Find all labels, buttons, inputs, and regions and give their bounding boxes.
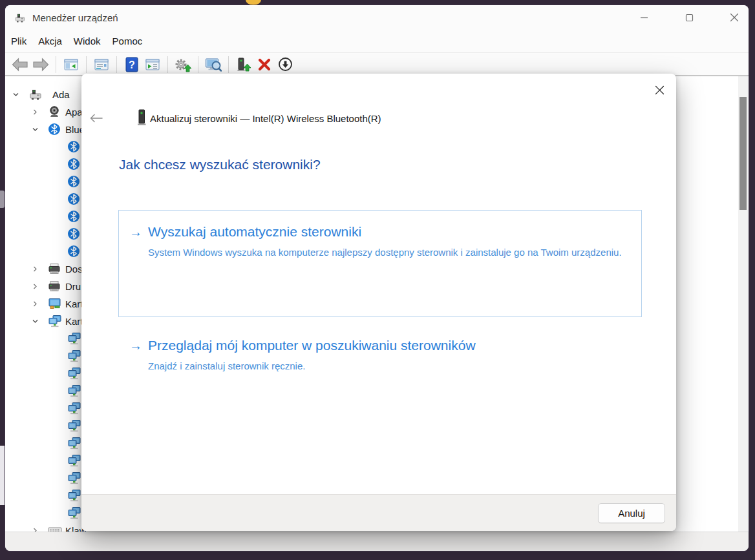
chevron-down-icon[interactable] xyxy=(32,318,39,325)
cancel-button[interactable]: Anuluj xyxy=(598,503,665,523)
network-icon xyxy=(67,332,81,345)
toolbar-separator xyxy=(167,56,168,73)
svg-text:?: ? xyxy=(129,59,135,70)
help-icon: ? xyxy=(125,57,139,72)
printer-icon xyxy=(48,280,62,293)
keyboard-icon xyxy=(48,524,62,532)
forward-button[interactable] xyxy=(31,55,50,74)
menu-item-akcja[interactable]: Akcja xyxy=(32,36,68,47)
bluetooth-icon xyxy=(67,210,81,223)
bluetooth-icon xyxy=(67,245,81,258)
bluetooth-icon xyxy=(67,140,81,153)
close-button[interactable] xyxy=(719,8,750,27)
back-arrow-icon xyxy=(12,57,28,72)
bluetooth-icon xyxy=(48,123,62,136)
screen-edge-artifact xyxy=(0,191,5,208)
scrollbar-thumb[interactable] xyxy=(739,97,747,210)
action-pane-icon xyxy=(145,57,160,72)
chevron-down-icon[interactable] xyxy=(12,91,19,98)
chevron-right-icon[interactable] xyxy=(32,283,39,290)
network-icon xyxy=(67,506,81,519)
properties-button[interactable] xyxy=(92,55,111,74)
camera-icon xyxy=(48,105,62,118)
update-driver-dialog: Aktualizuj sterowniki — Intel(R) Wireles… xyxy=(81,74,676,531)
network-icon xyxy=(67,349,81,362)
toolbar-separator xyxy=(116,56,117,73)
chevron-right-icon[interactable] xyxy=(32,300,39,307)
tree-label: Ada xyxy=(52,89,70,100)
close-icon xyxy=(655,85,665,95)
option-title: Wyszukaj automatycznie sterowniki xyxy=(148,223,361,240)
vertical-scrollbar[interactable] xyxy=(738,76,748,532)
toolbar-separator xyxy=(228,56,229,73)
driver-option-browse-computer[interactable]: →Przeglądaj mój komputer w poszukiwaniu … xyxy=(118,337,642,373)
uninstall-device-button[interactable] xyxy=(255,55,274,74)
show-console-tree-button[interactable] xyxy=(61,55,81,74)
network-icon xyxy=(67,384,81,397)
option-description: System Windows wyszuka na komputerze naj… xyxy=(148,245,631,260)
chevron-down-icon[interactable] xyxy=(32,126,39,133)
window-title: Menedżer urządzeń xyxy=(32,12,118,23)
menu-item-plik[interactable]: Plik xyxy=(5,36,32,47)
bluetooth-icon xyxy=(67,158,81,171)
update-device-driver-button[interactable] xyxy=(234,55,253,74)
disable-device-button[interactable] xyxy=(275,55,295,74)
toolbar-separator xyxy=(198,56,198,73)
scan-hardware-changes-button[interactable] xyxy=(204,55,223,74)
back-nav-icon xyxy=(89,114,103,123)
option-title: Przeglądaj mój komputer w poszukiwaniu s… xyxy=(148,337,476,354)
forward-arrow-icon xyxy=(32,57,49,72)
uninstall-x-icon xyxy=(257,57,271,72)
scan-monitor-icon xyxy=(205,57,222,72)
menu-item-pomoc[interactable]: Pomoc xyxy=(107,36,149,47)
window-close-icon xyxy=(730,13,739,22)
menu-item-widok[interactable]: Widok xyxy=(68,36,107,47)
bluetooth-icon xyxy=(67,175,81,188)
show-action-pane-button[interactable] xyxy=(143,55,162,74)
tree-label: Kart xyxy=(65,298,83,309)
disable-circle-icon xyxy=(278,57,293,72)
network-icon xyxy=(67,437,81,450)
update-driver-button[interactable] xyxy=(173,55,193,74)
dialog-footer: Anuluj xyxy=(81,494,676,531)
tree-label: Dos xyxy=(65,264,83,275)
network-icon xyxy=(67,489,81,502)
network-icon xyxy=(67,402,81,415)
update-driver-gear-icon xyxy=(175,57,191,72)
network-icon xyxy=(67,367,81,380)
network-icon xyxy=(67,419,81,432)
device-update-icon xyxy=(235,57,252,72)
toolbar: ? xyxy=(5,53,749,76)
minimize-button[interactable] xyxy=(628,8,659,27)
network-icon xyxy=(67,472,81,484)
toolbar-separator xyxy=(86,56,87,73)
chevron-right-icon[interactable] xyxy=(32,265,39,273)
screen-edge-artifact-2 xyxy=(0,446,5,505)
device-manager-app-icon xyxy=(14,12,26,23)
screen: Menedżer urządzeń PlikAkcjaWidokPomoc ? … xyxy=(0,0,755,560)
tree-label: Apa xyxy=(65,107,83,118)
right-arrow-icon: → xyxy=(129,337,142,354)
dialog-back-button[interactable] xyxy=(87,111,106,125)
chevron-right-icon[interactable] xyxy=(32,109,39,116)
gpu-icon xyxy=(48,297,62,310)
dialog-title: Aktualizuj sterowniki — Intel(R) Wireles… xyxy=(150,113,381,124)
help-button[interactable]: ? xyxy=(122,55,142,74)
maximize-button[interactable] xyxy=(674,8,705,27)
dialog-close-button[interactable] xyxy=(650,80,669,99)
option-description: Znajdź i zainstaluj sterownik ręcznie. xyxy=(148,358,631,373)
network-icon xyxy=(48,315,62,327)
tree-label: Kart xyxy=(65,316,83,327)
menu-bar: PlikAkcjaWidokPomoc xyxy=(5,30,749,53)
driver-option-search-automatic[interactable]: →Wyszukaj automatycznie sterownikiSystem… xyxy=(118,210,642,317)
bluetooth-icon xyxy=(67,192,81,205)
properties-icon xyxy=(94,57,109,72)
maximize-icon xyxy=(685,14,694,22)
printer-icon xyxy=(48,262,62,275)
right-arrow-icon: → xyxy=(129,223,142,240)
toolbar-separator xyxy=(56,56,56,73)
status-bar xyxy=(5,532,749,551)
chevron-right-icon[interactable] xyxy=(32,527,39,532)
bluetooth-icon xyxy=(67,227,81,240)
back-button[interactable] xyxy=(10,55,30,74)
